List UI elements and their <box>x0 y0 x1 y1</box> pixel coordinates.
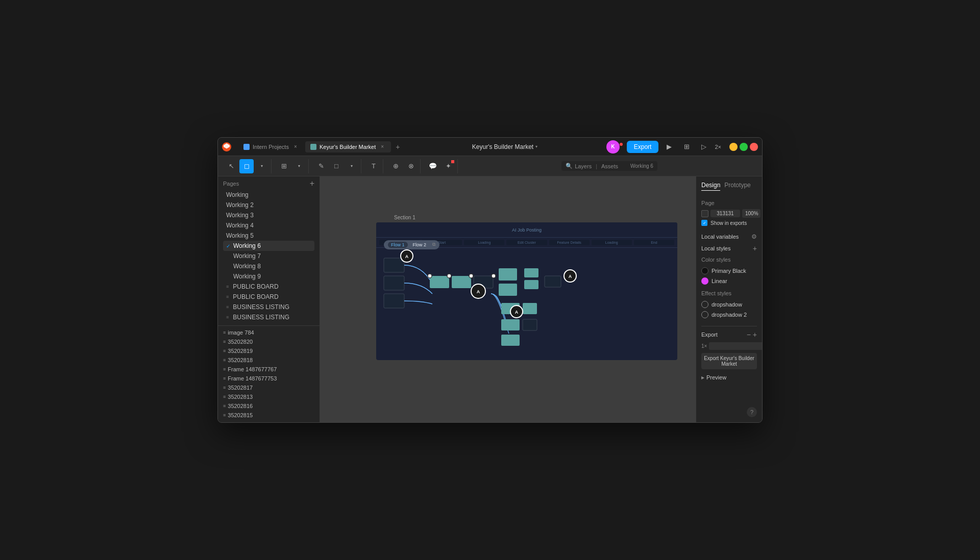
style-item-dropshadow2[interactable]: dropshadow 2 <box>701 310 757 320</box>
move-tool[interactable]: ↖ <box>224 159 238 173</box>
layer-item-image748[interactable]: ≡ image 748 <box>218 420 320 422</box>
layer-item-frame767[interactable]: ≡ Frame 1487677767 <box>218 365 320 374</box>
zoom-level[interactable]: 2× <box>715 144 721 150</box>
effect-styles-title: Effect styles <box>701 290 757 296</box>
page-item-public1[interactable]: ≡ PUBLIC BOARD <box>223 282 314 292</box>
minimize-button[interactable] <box>729 143 738 151</box>
file-title-text: Keyur's Builder Market <box>472 143 533 150</box>
style-item-linear[interactable]: Linear <box>701 276 757 286</box>
flow-chip-1[interactable]: Flow 1 <box>388 242 408 248</box>
file-title[interactable]: Keyur's Builder Market ▾ <box>472 143 537 150</box>
add-tab-button[interactable]: + <box>392 141 403 152</box>
comment-tool[interactable]: 💬 <box>426 159 440 173</box>
export-suffix-input[interactable] <box>709 342 762 350</box>
avatar: K <box>606 140 620 154</box>
layer-item-35202815[interactable]: ≡ 35202815 <box>218 411 320 420</box>
page-item-working2[interactable]: Working 2 <box>223 200 314 210</box>
tab-close-keyur[interactable]: × <box>379 143 386 150</box>
page-item-public2[interactable]: ≡ PUBLIC BOARD <box>223 292 314 302</box>
preview-chevron-icon: ▶ <box>701 375 704 380</box>
export-options-row: 1× PNG ··· <box>701 342 757 350</box>
scale-tool[interactable]: ⊕ <box>388 159 403 173</box>
layer-item-35202819[interactable]: ≡ 35202819 <box>218 346 320 355</box>
show-exports-checkbox[interactable]: ✓ <box>701 220 707 226</box>
add-style-button[interactable]: + <box>753 244 757 252</box>
tab-label-intern: Intern Projects <box>253 144 289 150</box>
dropshadow-icon <box>701 301 708 308</box>
svg-rect-23 <box>501 319 520 330</box>
dropdown-shape[interactable]: ▾ <box>345 159 359 173</box>
close-button[interactable] <box>750 143 758 151</box>
page-item-working9[interactable]: Working 9 <box>223 271 314 282</box>
tab-design[interactable]: Design <box>701 182 720 191</box>
layer-item-frame753[interactable]: ≡ Frame 1487677753 <box>218 374 320 383</box>
layer-item-image784[interactable]: ≡ image 784 <box>218 328 320 337</box>
layer-item-35202820[interactable]: ≡ 35202820 <box>218 337 320 346</box>
page-item-business1[interactable]: ≡ BUSINESS LISTING <box>223 302 314 312</box>
page-item-working4[interactable]: Working 4 <box>223 220 314 231</box>
layers-search[interactable]: 🔍 Layers | Assets Working 6 <box>561 161 657 171</box>
page-item-working8[interactable]: Working 8 <box>223 261 314 271</box>
local-vars-label[interactable]: Local variables <box>701 234 739 240</box>
dropshadow2-label: dropshadow 2 <box>712 312 747 318</box>
stage-loading: Loading <box>464 240 504 245</box>
preview-header[interactable]: ▶ Preview <box>701 374 757 380</box>
tab-keyur[interactable]: Keyur's Builder Market × <box>305 141 391 152</box>
flow-chip-2[interactable]: Flow 2 <box>410 242 430 248</box>
layer-vis-icon3: ≡ <box>223 348 226 353</box>
color-swatch[interactable] <box>701 210 708 217</box>
style-item-dropshadow[interactable]: dropshadow <box>701 299 757 310</box>
vars-settings-icon[interactable]: ⚙ <box>751 233 757 240</box>
layer-vis-icon10: ≡ <box>223 413 226 418</box>
export-button[interactable]: Export Keyur's Builder Market <box>701 353 757 369</box>
canvas[interactable]: Section 1 AI Job Posting Entry Points St… <box>320 176 696 422</box>
tab-prototype[interactable]: Prototype <box>724 182 750 191</box>
layer-vis-icon9: ≡ <box>223 403 226 409</box>
export-minus[interactable]: − <box>747 330 751 339</box>
help-button[interactable]: ? <box>747 407 757 417</box>
layers-tab-label[interactable]: Layers <box>575 163 592 169</box>
share-button[interactable]: Export <box>627 141 659 153</box>
select-tool[interactable]: ◻ <box>239 159 254 173</box>
page-item-working3[interactable]: Working 3 <box>223 210 314 220</box>
frame-dropdown[interactable]: ▾ <box>292 159 306 173</box>
styles-header: Local styles + <box>701 244 757 252</box>
add-page-button[interactable]: + <box>310 180 314 188</box>
dropdown-tool[interactable]: ▾ <box>255 159 269 173</box>
play-icon[interactable]: ▷ <box>697 140 710 154</box>
text-tool[interactable]: T <box>366 159 381 173</box>
style-item-primary-black[interactable]: Primary Black <box>701 266 757 276</box>
page-item-working7[interactable]: Working 7 <box>223 251 314 261</box>
export-controls: − + <box>747 330 757 339</box>
shape-tool[interactable]: □ <box>329 159 344 173</box>
layer-item-35202818[interactable]: ≡ 35202818 <box>218 355 320 365</box>
color-input[interactable] <box>710 210 740 217</box>
mask-tool[interactable]: ⊗ <box>404 159 418 173</box>
layer-item-35202813[interactable]: ≡ 35202813 <box>218 392 320 401</box>
color-row: 100% 👁 <box>701 209 757 218</box>
frame-tool[interactable]: ⊞ <box>277 159 291 173</box>
svg-rect-22 <box>523 303 537 314</box>
opacity-input[interactable]: 100% <box>742 209 761 218</box>
tab-icon-keyur <box>310 144 316 150</box>
maximize-button[interactable] <box>740 143 748 151</box>
pen-tool[interactable]: ✎ <box>314 159 328 173</box>
page-label-working5: Working 5 <box>226 232 254 239</box>
present-icon[interactable]: ▶ <box>663 140 676 154</box>
layer-item-35202816[interactable]: ≡ 35202816 <box>218 401 320 411</box>
export-plus[interactable]: + <box>753 330 757 339</box>
page-item-working6[interactable]: Working 6 <box>223 241 314 251</box>
page-item-business2[interactable]: ≡ BUSINESS LISTING <box>223 312 314 322</box>
layer-vis-icon7: ≡ <box>223 385 226 390</box>
page-item-working5[interactable]: Working 5 <box>223 231 314 241</box>
layer-item-35202817[interactable]: ≡ 35202817 <box>218 383 320 392</box>
page-item-working[interactable]: Working <box>223 190 314 200</box>
flow-chip-expand[interactable]: ⧉ <box>432 242 435 248</box>
assets-tab-label[interactable]: Assets <box>601 163 618 169</box>
tab-close-intern[interactable]: × <box>292 143 299 150</box>
export-scale[interactable]: 1× <box>701 343 707 349</box>
tab-intern-projects[interactable]: Intern Projects × <box>238 141 304 152</box>
figma-community-icon[interactable]: ⊞ <box>680 140 693 154</box>
svg-rect-2 <box>384 294 404 308</box>
layer-vis-icon6: ≡ <box>223 376 226 381</box>
